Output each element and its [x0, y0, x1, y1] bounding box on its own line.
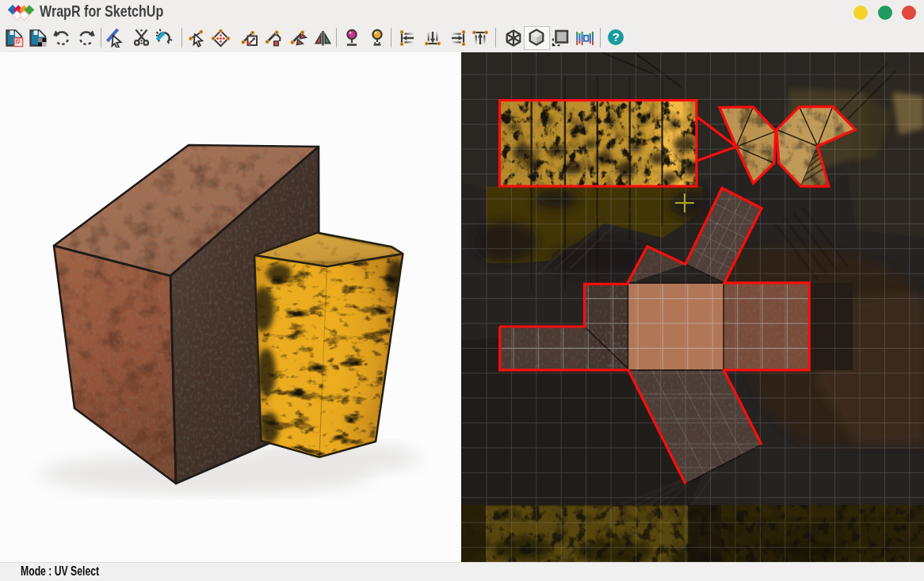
svg-text:?: ?	[612, 30, 619, 44]
